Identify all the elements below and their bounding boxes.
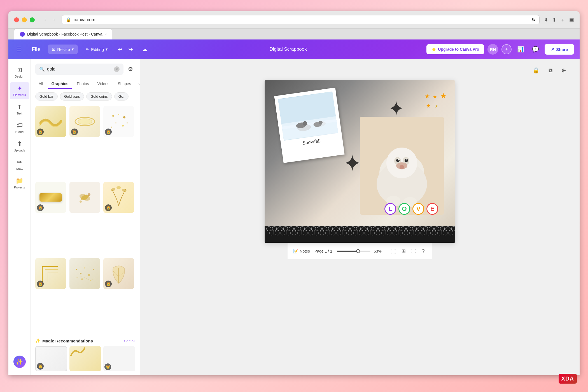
active-tab[interactable]: Digital Scrapbook - Facebook Post - Canv…: [14, 29, 112, 39]
tab-close-btn[interactable]: ×: [104, 32, 106, 36]
save-cloud-button[interactable]: ☁: [140, 44, 150, 55]
canvas-frame[interactable]: ✦ ✦ ★ ★ ★ ★ ★: [265, 80, 455, 243]
projects-label: Projects: [14, 186, 25, 189]
comments-button[interactable]: 💬: [530, 44, 541, 55]
sidebar-item-projects[interactable]: 📁 Projects: [10, 174, 29, 192]
graphic-item[interactable]: 👑: [69, 106, 100, 137]
magic-item[interactable]: [69, 346, 101, 371]
svg-point-1: [78, 119, 92, 124]
menu-button[interactable]: ☰: [14, 43, 24, 55]
graphic-item[interactable]: [69, 182, 100, 213]
chip-gold-bars[interactable]: Gold bars: [60, 92, 84, 101]
see-all-button[interactable]: See all: [124, 339, 135, 343]
duplicate-canvas-btn[interactable]: ⧉: [546, 65, 555, 76]
zoom-slider-thumb[interactable]: [356, 249, 360, 253]
graphic-item[interactable]: 👑: [35, 106, 66, 137]
reload-icon[interactable]: ↻: [532, 17, 535, 22]
svg-point-39: [405, 159, 408, 162]
chip-more[interactable]: Go›: [114, 92, 129, 101]
graphic-item[interactable]: [69, 258, 100, 289]
chip-gold-coins[interactable]: Gold coins: [86, 92, 112, 101]
gold-wave-svg: [39, 113, 62, 130]
redo-button[interactable]: ↪: [126, 44, 135, 55]
avatar-button[interactable]: RH: [487, 44, 498, 55]
magic-item[interactable]: 👑: [35, 346, 67, 371]
minimize-window-btn[interactable]: [22, 17, 27, 22]
puppy-photo: [360, 117, 444, 215]
love-letters: L O V E: [384, 203, 438, 215]
panel-tabs: All Graphics Photos Videos Shapes ›: [31, 79, 140, 89]
search-input[interactable]: [47, 67, 112, 72]
tab-videos[interactable]: Videos: [94, 79, 113, 89]
magic-item[interactable]: 👑: [103, 346, 135, 371]
svg-point-40: [398, 159, 399, 160]
canvas-statusbar: 📝 Notes Page 1 / 1 63% ⬚: [288, 243, 432, 259]
text-icon: T: [18, 103, 21, 111]
sidebar-item-text[interactable]: T Text: [10, 101, 29, 118]
search-input-wrap[interactable]: 🔍 ×: [35, 64, 123, 75]
svg-point-20: [93, 269, 94, 270]
svg-rect-46: [265, 226, 455, 243]
elements-icon: ✦: [17, 85, 22, 92]
svg-point-43: [400, 165, 404, 169]
download-icon[interactable]: ⬇: [544, 17, 548, 23]
canvas-area[interactable]: 🔒 ⧉ ⊕ ✦ ✦ ★ ★: [140, 59, 580, 375]
search-filter-btn[interactable]: ⚙: [126, 64, 135, 75]
undo-button[interactable]: ↩: [116, 44, 125, 55]
fullscreen-btn[interactable]: ⛶: [410, 246, 418, 256]
forward-btn[interactable]: ›: [51, 16, 57, 24]
search-clear-btn[interactable]: ×: [114, 66, 120, 72]
analytics-button[interactable]: 📊: [515, 44, 526, 55]
resize-button[interactable]: ⊡ Resize ▾: [48, 45, 78, 54]
sidebar-item-uploads[interactable]: ⬆ Uploads: [10, 137, 29, 155]
love-letter-O: O: [398, 203, 410, 215]
tab-shapes[interactable]: Shapes: [114, 79, 134, 89]
sidebar-item-ai[interactable]: ✨: [10, 353, 29, 371]
tab-graphics[interactable]: Graphics: [48, 79, 72, 89]
graphic-item[interactable]: 👑: [103, 106, 134, 137]
design-label: Design: [15, 75, 24, 78]
help-btn[interactable]: ?: [420, 246, 426, 256]
graphic-item[interactable]: 👑: [103, 258, 134, 289]
magic-item-svg: [69, 346, 86, 357]
graphic-item[interactable]: 👑: [103, 182, 134, 213]
zoom-slider-fill: [337, 251, 357, 252]
add-canvas-btn[interactable]: ⊕: [559, 65, 568, 76]
svg-point-2: [112, 115, 114, 117]
notes-button[interactable]: 📝 Notes: [293, 249, 310, 253]
address-bar[interactable]: [74, 17, 529, 22]
svg-point-41: [406, 159, 407, 160]
single-view-btn[interactable]: ⬚: [389, 246, 398, 256]
brand-icon: 🏷: [17, 122, 23, 129]
history-controls: ↩ ↪: [116, 44, 135, 55]
share-browser-icon[interactable]: ⬆: [552, 17, 556, 23]
sidebar-browser-icon[interactable]: ▣: [569, 17, 574, 23]
close-window-btn[interactable]: [14, 17, 19, 22]
editing-button[interactable]: ✏ Editing ▾: [82, 45, 111, 54]
back-btn[interactable]: ‹: [42, 16, 48, 24]
share-button[interactable]: ↗ Share: [545, 44, 574, 55]
graphic-item[interactable]: 👑: [35, 258, 66, 289]
tab-photos[interactable]: Photos: [73, 79, 92, 89]
add-to-team-button[interactable]: +: [501, 44, 512, 54]
grid-view-btn[interactable]: ⊞: [400, 246, 407, 256]
tab-all[interactable]: All: [35, 79, 46, 89]
sidebar-item-draw[interactable]: ✏ Draw: [10, 156, 29, 173]
sidebar-item-brand[interactable]: 🏷 Brand: [10, 119, 29, 136]
maximize-window-btn[interactable]: [30, 17, 35, 22]
new-tab-icon[interactable]: ＋: [560, 17, 565, 23]
file-button[interactable]: File: [29, 44, 43, 54]
zoom-slider[interactable]: [337, 251, 370, 252]
address-bar-container[interactable]: 🔒 ↻: [62, 15, 540, 24]
chip-gold-bar[interactable]: Gold bar: [35, 92, 58, 101]
upgrade-button[interactable]: ⭐ Upgrade to Canva Pro: [426, 44, 484, 54]
sidebar-item-elements[interactable]: ✦ Elements: [10, 82, 29, 99]
gold-particles-svg: [108, 110, 130, 133]
sidebar-item-design[interactable]: ⊞ Design: [10, 64, 29, 81]
text-label: Text: [17, 112, 22, 115]
love-letter-E: E: [426, 203, 438, 215]
svg-point-12: [80, 200, 82, 203]
graphic-item[interactable]: 👑: [35, 182, 66, 213]
lock-canvas-btn[interactable]: 🔒: [530, 65, 542, 76]
browser-titlebar: ‹ › 🔒 ↻ ⬇ ⬆ ＋ ▣: [8, 11, 580, 29]
